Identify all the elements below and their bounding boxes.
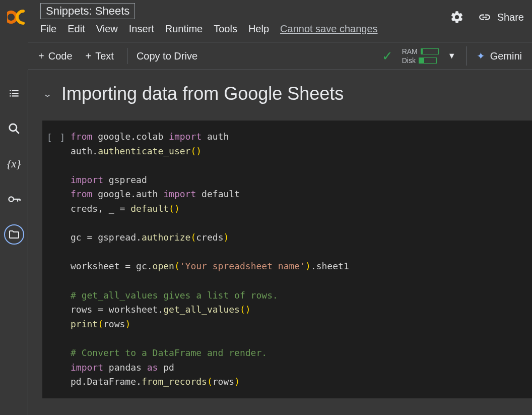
files-button[interactable]: [4, 224, 24, 245]
add-text-label: Text: [95, 50, 114, 62]
variable-icon: {x}: [7, 157, 21, 170]
plus-icon: +: [86, 50, 92, 62]
svg-point-0: [9, 124, 16, 131]
sparkle-icon: ✦: [477, 50, 485, 62]
app-header: Snippets: Sheets File Edit View Insert R…: [0, 0, 532, 42]
checkmark-icon: ✓: [382, 48, 393, 64]
code-cell[interactable]: [ ] from google.colab import auth auth.a…: [42, 121, 532, 398]
disk-label: Disk: [402, 56, 416, 65]
toc-button[interactable]: [4, 83, 24, 103]
toolbar: + Code + Text Copy to Drive ✓ RAM Disk ▼…: [28, 42, 532, 70]
gemini-button[interactable]: ✦ Gemini: [477, 50, 522, 62]
variables-button[interactable]: {x}: [4, 154, 24, 174]
menu-file[interactable]: File: [40, 23, 56, 35]
share-label: Share: [497, 12, 524, 23]
svg-line-1: [16, 130, 19, 134]
svg-point-2: [9, 197, 13, 201]
list-icon: [8, 87, 21, 100]
header-actions: Share: [450, 10, 524, 24]
search-icon: [8, 122, 21, 135]
ram-label: RAM: [402, 47, 418, 55]
title-block: Snippets: Sheets File Edit View Insert R…: [40, 3, 450, 35]
gear-icon: [450, 10, 464, 24]
document-title[interactable]: Snippets: Sheets: [40, 3, 135, 19]
section-title: Importing data from Google Sheets: [61, 83, 344, 104]
runtime-dropdown[interactable]: ▼: [448, 51, 456, 61]
ram-meter: [421, 48, 439, 54]
search-button[interactable]: [4, 118, 24, 139]
plus-icon: +: [38, 50, 44, 62]
collapse-section-button[interactable]: ⌄: [42, 89, 52, 99]
link-icon: [478, 11, 491, 24]
key-icon: [7, 192, 21, 206]
menu-edit[interactable]: Edit: [68, 23, 85, 35]
menu-runtime[interactable]: Runtime: [165, 23, 203, 35]
code-editor[interactable]: from google.colab import auth auth.authe…: [71, 130, 349, 389]
copy-to-drive-label: Copy to Drive: [137, 50, 197, 62]
menu-tools[interactable]: Tools: [214, 23, 237, 35]
toolbar-divider: [466, 46, 467, 66]
add-code-button[interactable]: + Code: [38, 50, 73, 62]
left-sidebar: {x}: [0, 70, 28, 415]
menu-insert[interactable]: Insert: [129, 23, 154, 35]
folder-icon: [8, 228, 20, 241]
save-status[interactable]: Cannot save changes: [280, 23, 377, 35]
resource-meters[interactable]: RAM Disk: [402, 47, 439, 65]
menu-view[interactable]: View: [96, 23, 118, 35]
runtime-status: ✓ RAM Disk ▼: [382, 47, 456, 65]
gemini-label: Gemini: [490, 50, 522, 62]
menu-bar: File Edit View Insert Runtime Tools Help…: [40, 23, 450, 35]
notebook-main: ⌄ Importing data from Google Sheets [ ] …: [28, 70, 532, 415]
copy-to-drive-button[interactable]: Copy to Drive: [137, 50, 197, 62]
settings-button[interactable]: [450, 10, 464, 24]
add-text-button[interactable]: + Text: [86, 50, 114, 62]
colab-logo[interactable]: [6, 8, 32, 26]
share-button[interactable]: Share: [478, 11, 524, 24]
section-header: ⌄ Importing data from Google Sheets: [42, 83, 532, 104]
menu-help[interactable]: Help: [248, 23, 269, 35]
toolbar-divider: [127, 48, 127, 64]
disk-meter: [419, 57, 437, 64]
cell-execution-indicator[interactable]: [ ]: [42, 130, 71, 389]
add-code-label: Code: [48, 50, 73, 62]
secrets-button[interactable]: [4, 189, 24, 209]
